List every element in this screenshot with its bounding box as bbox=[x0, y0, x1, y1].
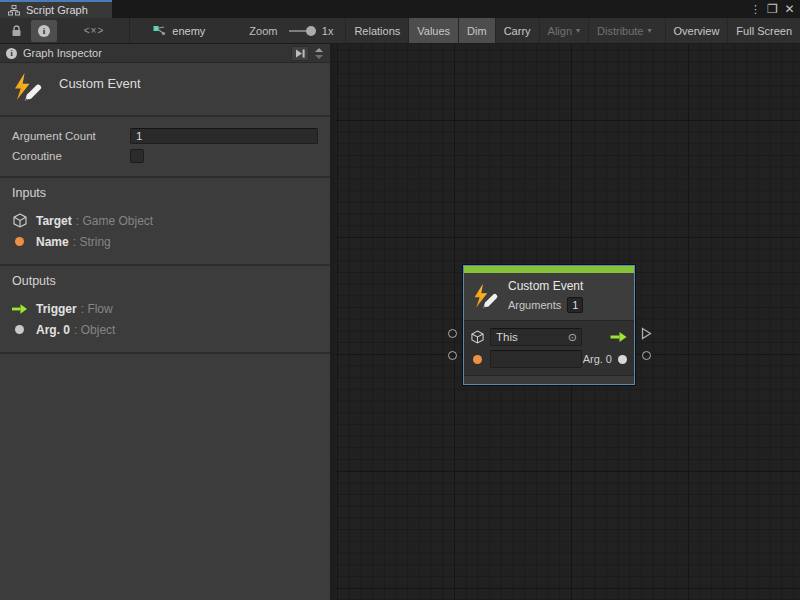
game-object-icon bbox=[12, 213, 27, 228]
inputs-header: Inputs bbox=[12, 186, 318, 200]
inspector-toggle-button[interactable]: i bbox=[31, 20, 57, 42]
graph-inspector-panel: i Graph Inspector bbox=[0, 44, 335, 600]
toolbar-buttons: Relations Values Dim Carry Align ▾ Distr… bbox=[345, 18, 800, 43]
lock-icon bbox=[11, 25, 22, 37]
overview-label: Overview bbox=[674, 25, 720, 37]
zoom-label: Zoom bbox=[249, 25, 277, 37]
name-port-row: Arg. 0 bbox=[471, 349, 627, 369]
coroutine-label: Coroutine bbox=[12, 150, 130, 162]
zoom-value: 1x bbox=[322, 25, 334, 37]
unit-fields: Argument Count Coroutine bbox=[0, 117, 330, 178]
port-type: : String bbox=[73, 235, 111, 249]
port-type: : Object bbox=[74, 323, 115, 337]
name-input[interactable] bbox=[490, 350, 582, 368]
relations-label: Relations bbox=[354, 25, 400, 37]
dock-right-icon bbox=[295, 49, 305, 58]
overview-button[interactable]: Overview bbox=[665, 18, 728, 43]
game-object-icon bbox=[471, 330, 484, 344]
unit-title: Custom Event bbox=[59, 76, 141, 103]
argument-count-input[interactable] bbox=[130, 128, 318, 144]
relations-button[interactable]: Relations bbox=[345, 18, 408, 43]
port-row-trigger: Trigger : Flow bbox=[12, 298, 318, 319]
event-color-bar bbox=[464, 266, 634, 273]
window-titlebar: Script Graph ⋮ ❐ ✕ bbox=[0, 0, 800, 18]
port-row-name: Name : String bbox=[12, 231, 318, 252]
graph-name: enemy bbox=[172, 25, 205, 37]
inspector-title: Graph Inspector bbox=[23, 47, 291, 59]
close-icon[interactable]: ✕ bbox=[781, 0, 798, 18]
string-port-icon bbox=[12, 237, 27, 246]
object-port-icon bbox=[12, 325, 27, 334]
inspector-empty-area bbox=[0, 354, 330, 600]
node-header[interactable]: Custom Event Arguments 1 bbox=[464, 273, 634, 320]
graph-node-icon bbox=[153, 25, 166, 37]
arg0-label: Arg. 0 bbox=[583, 353, 612, 365]
port-type: : Flow bbox=[81, 302, 113, 316]
carry-button[interactable]: Carry bbox=[495, 18, 539, 43]
info-icon: i bbox=[6, 48, 17, 59]
arguments-label: Arguments bbox=[508, 299, 561, 311]
info-icon: i bbox=[38, 25, 50, 37]
chevron-down-icon: ▾ bbox=[648, 26, 652, 35]
maximize-icon[interactable]: ❐ bbox=[764, 0, 781, 18]
inputs-section: Inputs Target : Game Object Na bbox=[0, 178, 330, 266]
coroutine-row: Coroutine bbox=[12, 146, 318, 166]
external-string-input-port[interactable] bbox=[448, 351, 457, 360]
outputs-header: Outputs bbox=[12, 274, 318, 288]
values-button[interactable]: Values bbox=[408, 18, 458, 43]
chevron-down-icon: ▾ bbox=[576, 26, 580, 35]
window-controls: ⋮ ❐ ✕ bbox=[747, 0, 798, 18]
argument-count-row: Argument Count bbox=[12, 126, 318, 146]
scroll-spinners[interactable] bbox=[312, 48, 326, 59]
align-label: Align bbox=[548, 25, 572, 37]
target-value: This bbox=[491, 331, 564, 343]
zoom-slider[interactable] bbox=[289, 30, 312, 32]
code-preview-button[interactable]: <×> bbox=[72, 20, 116, 42]
port-name: Trigger bbox=[36, 302, 77, 316]
dock-panel-button[interactable] bbox=[291, 46, 309, 61]
node-footer bbox=[464, 375, 634, 384]
object-picker-icon[interactable]: ⊙ bbox=[564, 332, 581, 343]
distribute-dropdown[interactable]: Distribute ▾ bbox=[588, 18, 659, 43]
node-body: This ⊙ bbox=[464, 320, 634, 375]
graph-breadcrumb-button[interactable]: enemy bbox=[153, 25, 205, 37]
external-flow-output-port[interactable] bbox=[641, 327, 652, 340]
unit-header: Custom Event bbox=[0, 63, 330, 117]
custom-event-icon bbox=[472, 283, 499, 310]
port-row-target: Target : Game Object bbox=[12, 210, 318, 231]
coroutine-checkbox[interactable] bbox=[130, 149, 144, 163]
outputs-section: Outputs Trigger : Flow Arg. 0 : Object bbox=[0, 266, 330, 354]
align-dropdown[interactable]: Align ▾ bbox=[539, 18, 588, 43]
argument-count-label: Argument Count bbox=[12, 130, 130, 142]
port-name: Target bbox=[36, 214, 72, 228]
fullscreen-button[interactable]: Full Screen bbox=[727, 18, 800, 43]
flow-output-port[interactable] bbox=[610, 332, 627, 342]
arguments-value-field[interactable]: 1 bbox=[567, 297, 583, 313]
dim-button[interactable]: Dim bbox=[458, 18, 495, 43]
node-title: Custom Event bbox=[508, 279, 583, 293]
code-icon: <×> bbox=[84, 25, 105, 36]
custom-event-node[interactable]: Custom Event Arguments 1 bbox=[463, 265, 635, 385]
values-label: Values bbox=[417, 25, 450, 37]
distribute-label: Distribute bbox=[597, 25, 643, 37]
fullscreen-label: Full Screen bbox=[736, 25, 792, 37]
spinner-down-icon[interactable] bbox=[315, 55, 323, 59]
tab-script-graph[interactable]: Script Graph bbox=[0, 0, 112, 18]
external-flow-input-port[interactable] bbox=[448, 329, 457, 338]
port-name: Name bbox=[36, 235, 69, 249]
port-type: : Game Object bbox=[76, 214, 153, 228]
dim-label: Dim bbox=[467, 25, 487, 37]
spinner-up-icon[interactable] bbox=[315, 48, 323, 52]
lock-button[interactable] bbox=[3, 20, 29, 42]
string-input-port[interactable] bbox=[473, 355, 482, 364]
arg0-output-port[interactable] bbox=[618, 355, 627, 364]
external-arg0-output-port[interactable] bbox=[642, 351, 651, 360]
window-menu-icon[interactable]: ⋮ bbox=[747, 0, 764, 18]
zoom-slider-handle[interactable] bbox=[306, 26, 316, 36]
inspector-header: i Graph Inspector bbox=[0, 44, 330, 63]
graph-canvas[interactable]: Custom Event Arguments 1 bbox=[335, 44, 800, 600]
custom-event-icon bbox=[12, 72, 43, 103]
target-dropdown[interactable]: This ⊙ bbox=[490, 328, 582, 346]
flow-arrow-icon bbox=[12, 304, 27, 314]
carry-label: Carry bbox=[504, 25, 531, 37]
